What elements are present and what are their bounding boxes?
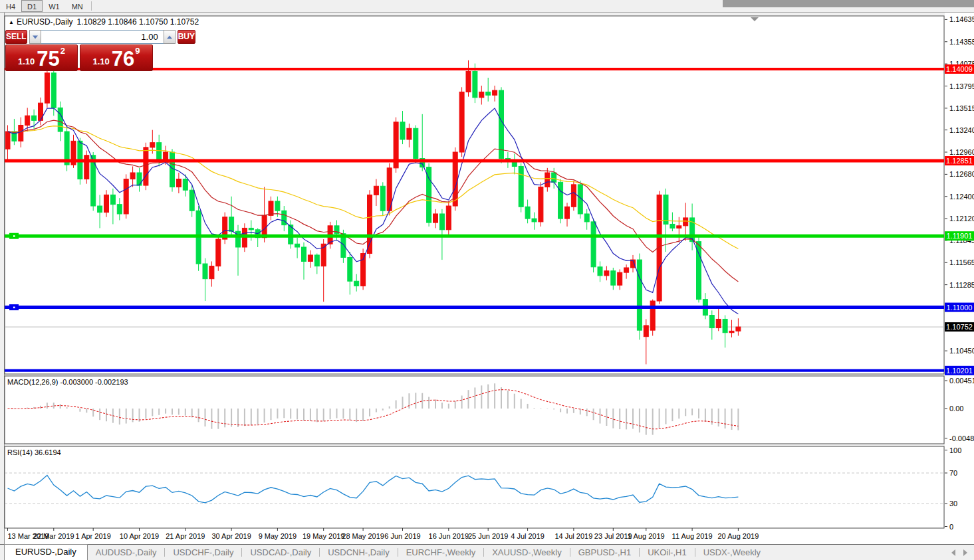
date-tick-label: 1 Aug 2019 xyxy=(628,532,665,540)
tab-eurusd-daily[interactable]: EURUSD-,Daily xyxy=(4,544,88,560)
candle-body xyxy=(407,128,412,140)
candle-body xyxy=(519,166,523,207)
tab-usdcad-daily[interactable]: USDCAD-,Daily xyxy=(242,545,319,560)
candle-body xyxy=(314,255,319,266)
level-price-badge-label: 1.14009 xyxy=(946,65,973,73)
candle-body xyxy=(361,254,366,286)
chart-canvas: 1.146351.143551.140751.137951.135151.132… xyxy=(0,13,974,544)
candle-body xyxy=(374,186,378,195)
candle-body xyxy=(348,258,352,282)
one-click-trading-panel: SELL BUY 1.10 75 2 1.10 76 9 xyxy=(5,30,153,71)
candle-body xyxy=(723,319,727,332)
buy-price-panel[interactable]: 1.10 76 9 xyxy=(80,45,153,71)
sell-price-panel[interactable]: 1.10 75 2 xyxy=(5,45,78,71)
tab-xauusd-weekly[interactable]: XAUUSD-,Weekly xyxy=(484,545,570,560)
price-tick-label: 1.12680 xyxy=(949,170,974,178)
price-tick-label: 1.11565 xyxy=(949,258,974,266)
candle-body xyxy=(670,224,675,228)
candle-body xyxy=(624,268,629,272)
tab-scroll-right-icon[interactable] xyxy=(963,549,967,556)
candle-body xyxy=(709,315,714,327)
volume-input[interactable] xyxy=(41,30,164,44)
tab-ukoil-h1[interactable]: UKOil-,H1 xyxy=(640,545,695,560)
chart-title: ▲EURUSD-,Daily1.10829 1.10846 1.10750 1.… xyxy=(9,17,199,27)
date-tick-label: 16 Jun 2019 xyxy=(429,532,469,540)
chart-symbol-label: EURUSD-,Daily xyxy=(17,17,73,27)
volume-decrease-button[interactable] xyxy=(29,30,41,44)
tab-eurchf-weekly[interactable]: EURCHF-,Weekly xyxy=(398,545,484,560)
chevron-down-icon xyxy=(33,35,38,39)
candle-body xyxy=(604,271,609,276)
current-price-badge-label: 1.10752 xyxy=(946,323,973,331)
date-tick-label: 6 Jun 2019 xyxy=(384,532,420,540)
candle-body xyxy=(525,207,530,219)
candle-body xyxy=(150,143,155,147)
candle-body xyxy=(729,331,734,332)
tab-gbpusd-h1[interactable]: GBPUSD-,H1 xyxy=(570,545,639,560)
tab-usdx-weekly[interactable]: USDX-,Weekly xyxy=(695,545,769,560)
sell-price-big: 75 xyxy=(37,49,59,69)
candle-body xyxy=(91,155,96,206)
window-left-frame xyxy=(0,13,5,544)
sell-price-prefix: 1.10 xyxy=(18,54,35,69)
level-handle-dot xyxy=(13,307,15,309)
toolbar-separator xyxy=(91,1,92,11)
macd-indicator-label: MACD(12,26,9) -0.003000 -0.002193 xyxy=(7,378,128,386)
chevron-up-icon xyxy=(167,35,172,39)
one-click-toggle-icon[interactable]: ▲ xyxy=(9,19,14,25)
price-tick-label: 1.11285 xyxy=(949,281,974,289)
timeframe-button-h4[interactable]: H4 xyxy=(0,0,21,12)
buy-button[interactable]: BUY xyxy=(178,30,195,44)
sell-button[interactable]: SELL xyxy=(5,30,27,44)
candle-body xyxy=(716,319,721,327)
candle-body xyxy=(144,147,148,185)
candle-body xyxy=(618,272,622,285)
date-tick-label: 1 Apr 2019 xyxy=(76,532,111,540)
price-tick-label: 1.13240 xyxy=(949,126,974,134)
timeframe-button-w1[interactable]: W1 xyxy=(43,0,66,12)
price-tick-label: 1.12960 xyxy=(949,148,974,156)
candle-body xyxy=(203,264,207,279)
sell-price-pip: 2 xyxy=(61,41,65,61)
candle-body xyxy=(664,195,668,224)
rsi-axis-label: 30 xyxy=(949,500,957,508)
price-tick-label: 1.10450 xyxy=(949,347,974,355)
level-handle-dot xyxy=(13,235,15,237)
candle-body xyxy=(459,92,464,152)
tab-usdchf-daily[interactable]: USDCHF-,Daily xyxy=(165,545,241,560)
macd-axis-label: 0.004517 xyxy=(949,377,974,385)
window-chrome-strip xyxy=(723,0,974,7)
candle-body xyxy=(302,247,306,261)
tab-audusd-daily[interactable]: AUDUSD-,Daily xyxy=(88,545,165,560)
date-tick-label: 4 Jul 2019 xyxy=(511,532,545,540)
candle-body xyxy=(5,132,10,149)
rsi-axis-label: 0 xyxy=(949,523,953,531)
tab-scroll-arrows xyxy=(951,549,974,560)
timeframe-button-mn[interactable]: MN xyxy=(66,0,89,12)
candle-body xyxy=(308,255,312,262)
candle-body xyxy=(414,128,418,158)
date-tick-label: 22 Mar 2019 xyxy=(33,532,74,540)
date-tick-label: 30 Apr 2019 xyxy=(211,532,251,540)
candle-body xyxy=(124,179,128,214)
date-tick-label: 20 Aug 2019 xyxy=(718,532,759,540)
candle-body xyxy=(282,211,287,225)
candle-body xyxy=(19,125,23,141)
candle-body xyxy=(176,179,181,187)
candle-body xyxy=(58,108,62,132)
candle-body xyxy=(354,281,359,286)
level-price-badge-label: 1.12851 xyxy=(946,157,973,165)
candle-body xyxy=(637,260,642,330)
tab-scroll-left-icon[interactable] xyxy=(951,549,955,556)
candle-body xyxy=(598,267,602,276)
tab-usdcnh-daily[interactable]: USDCNH-,Daily xyxy=(320,545,397,560)
volume-increase-button[interactable] xyxy=(164,30,176,44)
candle-body xyxy=(51,73,56,108)
candle-body xyxy=(130,173,135,179)
candle-body xyxy=(591,222,596,267)
candle-body xyxy=(189,190,194,211)
candle-body xyxy=(545,173,550,187)
price-tick-label: 1.12120 xyxy=(949,215,974,223)
timeframe-button-d1[interactable]: D1 xyxy=(21,0,43,12)
candle-body xyxy=(736,327,741,331)
